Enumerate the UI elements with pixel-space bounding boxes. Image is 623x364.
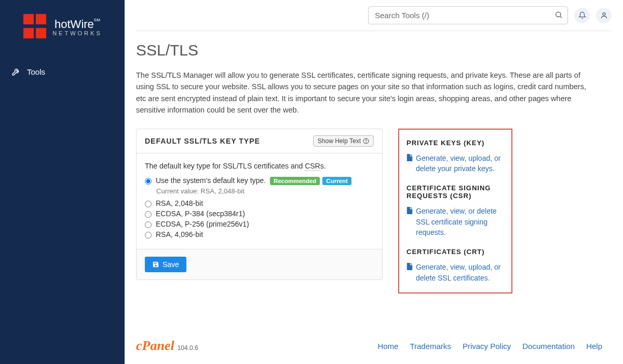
question-circle-icon xyxy=(363,138,369,144)
svg-line-1 xyxy=(560,16,562,18)
brand-logo: hotWireSM NETWORKS xyxy=(0,13,125,41)
keytype-radio-ecdsa-p256[interactable] xyxy=(145,221,152,228)
tools-icon xyxy=(11,67,21,76)
keytype-label: ECDSA, P-384 (secp384r1) xyxy=(156,209,245,218)
current-value-note: Current value: RSA, 2,048-bit xyxy=(156,187,374,195)
file-icon xyxy=(407,154,413,161)
user-menu-button[interactable] xyxy=(596,8,612,23)
bell-icon xyxy=(578,11,586,19)
panel-title: DEFAULT SSL/TLS KEY TYPE xyxy=(145,137,260,145)
footer-link-help[interactable]: Help xyxy=(586,342,602,351)
svg-point-2 xyxy=(603,13,605,16)
help-btn-label: Show Help Text xyxy=(318,137,361,145)
intro-text: The SSL/TLS Manager will allow you to ge… xyxy=(136,69,597,116)
footer-link-privacy[interactable]: Privacy Policy xyxy=(463,342,511,351)
logo-squares-icon xyxy=(22,13,47,41)
link-text: Generate, view, upload, or delete your p… xyxy=(416,153,504,174)
sidebar: hotWireSM NETWORKS Tools xyxy=(0,0,125,364)
keytype-radio-rsa-4096[interactable] xyxy=(145,232,152,239)
svg-point-4 xyxy=(366,142,367,143)
sidebar-item-label: Tools xyxy=(27,67,45,76)
brand-sub: NETWORKS xyxy=(52,30,102,36)
footer-link-documentation[interactable]: Documentation xyxy=(522,342,575,351)
keytype-label: RSA, 4,096-bit xyxy=(156,230,203,239)
keytype-panel: DEFAULT SSL/TLS KEY TYPE Show Help Text … xyxy=(136,129,383,280)
brand-sm: SM xyxy=(94,18,100,22)
keytype-label: ECDSA, P-256 (prime256v1) xyxy=(156,220,249,228)
topbar xyxy=(125,0,623,31)
keytype-radio-rsa-2048[interactable] xyxy=(145,201,152,207)
badge-recommended: Recommended xyxy=(270,177,320,185)
cpanel-version: 104.0.6 xyxy=(178,344,198,352)
crt-heading: CERTIFICATES (CRT) xyxy=(407,248,504,256)
page-title: SSL/TLS xyxy=(136,41,597,59)
keytype-label: RSA, 2,048-bit xyxy=(156,199,203,207)
file-icon xyxy=(407,263,413,270)
svg-point-0 xyxy=(556,12,561,17)
csr-link[interactable]: Generate, view, or delete SSL certificat… xyxy=(407,206,504,237)
cpanel-brand: cPanel xyxy=(136,338,174,354)
keytype-radio-ecdsa-p384[interactable] xyxy=(145,211,152,218)
keytype-radio-system-default[interactable] xyxy=(145,178,152,185)
badge-current: Current xyxy=(322,177,351,185)
save-icon xyxy=(152,261,159,268)
cpanel-logo: cPanel 104.0.6 xyxy=(136,338,198,354)
private-keys-link[interactable]: Generate, view, upload, or delete your p… xyxy=(407,153,504,174)
save-label: Save xyxy=(162,260,179,269)
save-button[interactable]: Save xyxy=(145,257,186,272)
notifications-button[interactable] xyxy=(574,8,590,23)
sidebar-item-tools[interactable]: Tools xyxy=(0,62,125,81)
show-help-button[interactable]: Show Help Text xyxy=(313,135,374,147)
ssl-links-panel: PRIVATE KEYS (KEY) Generate, view, uploa… xyxy=(398,129,512,293)
search-icon[interactable] xyxy=(554,10,563,20)
link-text: Generate, view, upload, or delete SSL ce… xyxy=(416,262,504,283)
csr-heading: CERTIFICATE SIGNING REQUESTS (CSR) xyxy=(407,184,504,200)
footer-link-home[interactable]: Home xyxy=(377,342,398,351)
brand-name: hotWire xyxy=(55,18,94,31)
crt-link[interactable]: Generate, view, upload, or delete SSL ce… xyxy=(407,262,504,283)
private-keys-heading: PRIVATE KEYS (KEY) xyxy=(407,139,504,147)
link-text: Generate, view, or delete SSL certificat… xyxy=(416,206,504,237)
search-input[interactable] xyxy=(368,6,568,24)
footer: cPanel 104.0.6 Home Trademarks Privacy P… xyxy=(125,328,623,364)
file-icon xyxy=(407,207,413,214)
user-icon xyxy=(600,11,608,19)
footer-link-trademarks[interactable]: Trademarks xyxy=(410,342,451,351)
keytype-description: The default key type for SSL/TLS certifi… xyxy=(145,162,374,170)
keytype-label: Use the system's default key type. xyxy=(156,176,266,185)
